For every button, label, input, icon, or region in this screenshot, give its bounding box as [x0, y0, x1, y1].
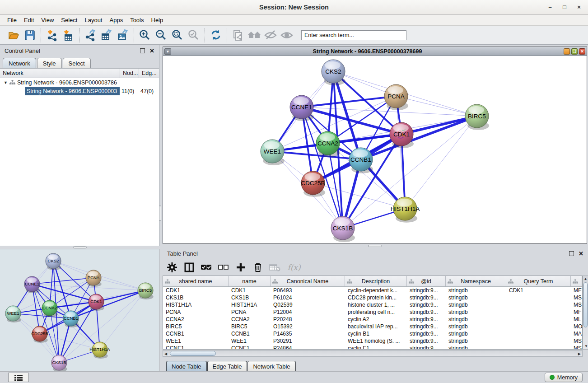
show-all-button[interactable]: [279, 28, 295, 43]
zoom-fit-button[interactable]: [169, 28, 186, 43]
node-BIRC5[interactable]: BIRC5: [465, 104, 489, 130]
node-HIST1H1A[interactable]: HIST1H1A: [391, 197, 420, 223]
export-table-button[interactable]: [98, 28, 115, 43]
tab-edge-table[interactable]: Edge Table: [207, 361, 247, 371]
table-row-CKS1B[interactable]: CKS1BCKS1BP61024CDC28 protein kin...stri…: [163, 294, 582, 301]
vertical-splitter[interactable]: [159, 206, 161, 221]
show-columns-button[interactable]: [181, 261, 198, 274]
view-minimize-icon[interactable]: _: [564, 48, 570, 55]
select-all-button[interactable]: [198, 261, 215, 274]
node-CCNE1[interactable]: CCNE1: [290, 95, 314, 121]
node-CKS2[interactable]: CKS2: [322, 60, 345, 85]
table-row-CCNA2[interactable]: CCNA2CCNA2P20248cyclin A2stringdb:9...st…: [163, 316, 582, 323]
column-header-shared-name[interactable]: shared name: [163, 276, 229, 286]
menu-item-edit[interactable]: Edit: [20, 15, 37, 25]
expand-triangle-icon[interactable]: ▼: [4, 80, 8, 85]
node-CCNB1[interactable]: CCNB1: [349, 148, 373, 173]
table-row-HIST1H1A[interactable]: HIST1H1AHIST1H1AQ02539histone cluster 1,…: [163, 301, 582, 308]
menu-item-file[interactable]: File: [4, 15, 20, 25]
edge-CDC25B-HIST1H1A[interactable]: [313, 183, 405, 209]
zoom-out-button[interactable]: [153, 28, 169, 43]
maximize-button[interactable]: □: [561, 4, 568, 11]
create-column-button[interactable]: [232, 261, 249, 274]
network-row-selected[interactable]: String Network - 9606.ENSP000003 11(0) 4…: [0, 87, 159, 95]
node-CKS1B[interactable]: CKS1B: [331, 216, 355, 242]
close-table-panel-icon[interactable]: ✕: [579, 250, 583, 257]
scroll-down-icon[interactable]: ▼: [584, 344, 588, 348]
table-row-CCNB1[interactable]: CCNB1CCNB1P14635cyclin B1stringdb:9...st…: [163, 330, 582, 337]
float-panel-icon[interactable]: [140, 48, 145, 53]
zoom-selected-button[interactable]: [186, 28, 202, 43]
refresh-button[interactable]: [208, 28, 224, 43]
zoom-in-button[interactable]: [137, 28, 153, 43]
network-collection-row[interactable]: ▼ String Network - 9606.ENSP000003786: [0, 78, 159, 87]
column-header-nodes[interactable]: Nod...: [120, 69, 139, 78]
node-CDK1[interactable]: CDK1: [390, 122, 414, 148]
table-row-CCNE1[interactable]: CCNE1CCNE1P24864cyclin E1stringdb:9strin…: [163, 345, 582, 350]
status-menu-button[interactable]: [8, 373, 29, 382]
function-builder-button[interactable]: f(x): [284, 261, 304, 274]
open-file-button[interactable]: [5, 28, 22, 43]
memory-button[interactable]: Memory: [545, 373, 583, 382]
float-table-panel-icon[interactable]: [569, 251, 574, 256]
tab-network[interactable]: Network: [3, 58, 36, 68]
save-session-button[interactable]: [22, 28, 38, 43]
search-input[interactable]: [301, 30, 406, 40]
scroll-up-icon[interactable]: ▲: [583, 277, 588, 281]
column-header-description[interactable]: Description: [345, 276, 407, 286]
table-row-WEE1[interactable]: WEE1WEE1P30291WEE1 homolog (S. ...string…: [163, 337, 582, 345]
tab-network-table[interactable]: Network Table: [247, 361, 295, 371]
column-header-id[interactable]: @id: [407, 276, 446, 286]
table-row-PCNA[interactable]: PCNAPCNAP12004proliferating cell n...str…: [163, 308, 582, 316]
column-header-namespace[interactable]: Namespace: [446, 276, 506, 286]
node-WEE1[interactable]: WEE1: [261, 140, 285, 165]
menu-item-apps[interactable]: Apps: [106, 15, 127, 25]
scroll-right-icon[interactable]: ▶: [578, 352, 581, 356]
node-PCNA[interactable]: PCNA: [384, 84, 408, 110]
export-network-button[interactable]: [82, 28, 98, 43]
close-panel-icon[interactable]: ✕: [149, 47, 154, 54]
menu-item-tools[interactable]: Tools: [126, 15, 147, 25]
tab-node-table[interactable]: Node Table: [166, 361, 207, 371]
table-vertical-scrollbar[interactable]: ▲ ▼: [583, 276, 588, 350]
column-header-canonical-name[interactable]: Canonical Name: [271, 276, 345, 286]
first-neighbors-button[interactable]: [246, 28, 262, 43]
delete-column-button[interactable]: [249, 261, 266, 274]
view-menu-icon[interactable]: ▼: [164, 48, 171, 55]
table-row-CDK1[interactable]: CDK1CDK1P06493cyclin-dependent k...strin…: [163, 287, 582, 294]
table-row-BIRC5[interactable]: BIRC5BIRC5O15392baculoviral IAP rep...st…: [163, 323, 582, 330]
column-header-name[interactable]: name: [229, 276, 271, 286]
network-canvas[interactable]: CKS2PCNACCNE1BIRC5CDK1CCNA2WEE1CCNB1CDC2…: [163, 56, 587, 243]
node-CDC25B[interactable]: CDC25B: [301, 171, 325, 197]
export-image-button[interactable]: [115, 28, 131, 43]
view-close-icon[interactable]: ✕: [579, 48, 585, 55]
birdseye-view[interactable]: CKS2PCNACCNE1BIRC5CDK1CCNA2WEE1CCNB1CDC2…: [0, 249, 159, 371]
column-header-query-term[interactable]: Query Term: [506, 276, 571, 286]
menu-item-select[interactable]: Select: [57, 15, 81, 25]
column-header-network[interactable]: Network: [0, 69, 120, 78]
horizontal-splitter-right[interactable]: [366, 244, 384, 248]
horizontal-scroll-thumb[interactable]: [170, 351, 216, 356]
menu-item-layout[interactable]: Layout: [81, 15, 106, 25]
horizontal-splitter-left[interactable]: [0, 246, 159, 249]
copy-network-button[interactable]: [230, 28, 246, 43]
close-button[interactable]: ×: [575, 4, 583, 11]
table-horizontal-scrollbar[interactable]: ◀ ▶: [163, 350, 583, 357]
menu-item-view[interactable]: View: [37, 15, 57, 25]
import-network-button[interactable]: [44, 28, 60, 43]
tab-style[interactable]: Style: [37, 58, 62, 68]
node-CCNA2[interactable]: CCNA2: [316, 131, 340, 157]
scroll-left-icon[interactable]: ◀: [164, 352, 167, 356]
delete-table-button[interactable]: [266, 261, 284, 274]
table-settings-button[interactable]: [163, 261, 181, 274]
tab-select[interactable]: Select: [63, 58, 91, 68]
hide-selected-button[interactable]: [262, 28, 279, 43]
view-restore-icon[interactable]: ❐: [571, 48, 578, 55]
deselect-all-button[interactable]: [215, 261, 232, 274]
column-header-extra[interactable]: [571, 276, 582, 286]
vertical-scroll-thumb[interactable]: [583, 282, 588, 327]
minimize-button[interactable]: –: [546, 4, 554, 11]
menu-item-help[interactable]: Help: [148, 15, 167, 25]
column-header-edges[interactable]: Edg...: [139, 69, 159, 78]
import-table-button[interactable]: [60, 28, 76, 43]
